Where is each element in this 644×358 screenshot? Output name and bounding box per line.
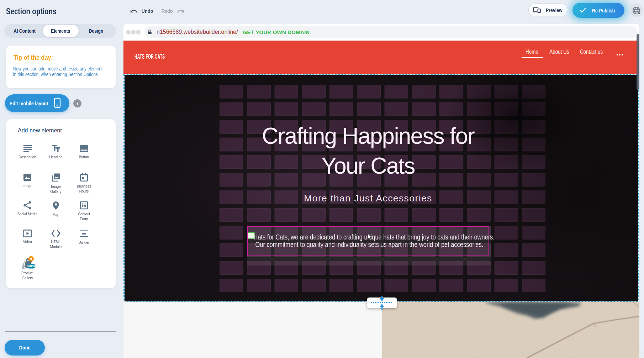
svg-text:SHOP: SHOP <box>27 264 36 268</box>
